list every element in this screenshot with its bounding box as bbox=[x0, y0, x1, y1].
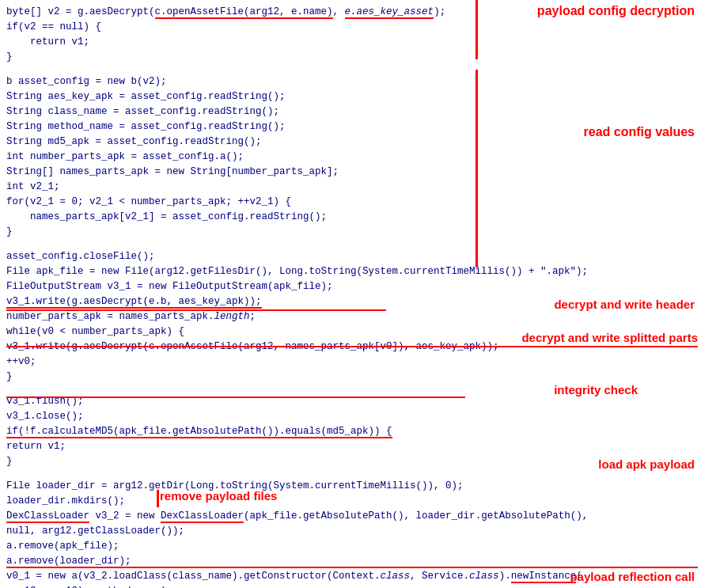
vline-readconfig bbox=[476, 70, 478, 267]
annotation-load-apk-payload: load apk payload bbox=[598, 456, 695, 474]
vline-remove-payload bbox=[157, 490, 159, 507]
annotation-payload-reflection-call: payload reflection call bbox=[570, 568, 695, 586]
annotation-payload-config-decryption: payload config decryption bbox=[537, 2, 695, 21]
annotation-decrypt-write-parts: decrypt and write splitted parts bbox=[521, 329, 698, 347]
hline-integrity bbox=[6, 396, 465, 398]
annotation-decrypt-write-header: decrypt and write header bbox=[554, 296, 695, 314]
annotation-remove-payload-files: remove payload files bbox=[160, 487, 277, 506]
annotation-integrity-check: integrity check bbox=[554, 381, 638, 400]
vline-config bbox=[476, 0, 478, 59]
hline-write-header bbox=[6, 309, 386, 311]
annotation-read-config-values: read config values bbox=[584, 123, 695, 142]
